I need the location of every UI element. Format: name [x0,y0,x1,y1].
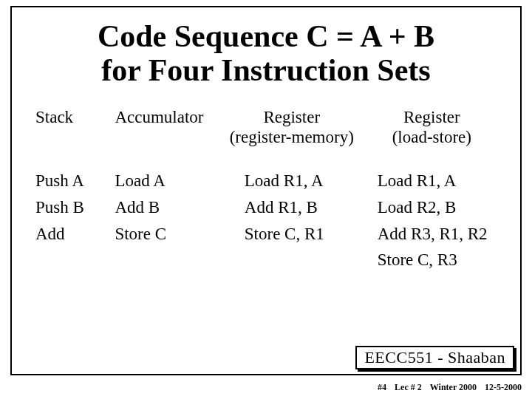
table-header-row: Stack Accumulator Register (register-mem… [33,108,499,168]
slide-title: Code Sequence C = A + B for Four Instruc… [33,19,499,87]
cell-register-memory: Load R1, A Add R1, B Store C, R1 [219,168,364,273]
regmem-op-3: Store C, R1 [245,221,361,248]
acc-op-2: Add B [115,194,216,221]
table-body-row: Push A Push B Add Load A Add B Store C L… [33,168,499,273]
footer-lecture: Lec # 2 [395,382,422,392]
title-line-2: for Four Instruction Sets [33,53,499,87]
loadstore-op-4: Store C, R3 [378,247,497,273]
header-loadstore-top: Register [403,108,460,126]
stack-op-1: Push A [35,168,109,194]
acc-op-1: Load A [115,168,216,194]
title-line-1: Code Sequence C = A + B [33,19,499,53]
header-accumulator: Accumulator [112,108,219,168]
slide-frame: Code Sequence C = A + B for Four Instruc… [10,6,522,375]
header-load-store: Register (load-store) [364,108,499,168]
acc-op-3: Store C [115,221,216,248]
cell-load-store: Load R1, A Load R2, B Add R3, R1, R2 Sto… [364,168,499,273]
header-loadstore-bot: (load-store) [392,128,471,146]
slide-footer: #4 Lec # 2 Winter 2000 12-5-2000 [372,382,522,393]
regmem-op-2: Add R1, B [245,194,361,221]
loadstore-op-2: Load R2, B [378,194,497,221]
course-badge: EECC551 - Shaaban [355,346,514,369]
regmem-op-1: Load R1, A [245,168,361,194]
cell-accumulator: Load A Add B Store C [112,168,219,273]
stack-op-3: Add [35,221,109,248]
cell-stack: Push A Push B Add [33,168,112,273]
header-register-memory: Register (register-memory) [219,108,364,168]
loadstore-op-3: Add R3, R1, R2 [378,221,497,248]
stack-op-2: Push B [35,194,109,221]
header-regmem-top: Register [263,108,320,126]
loadstore-op-1: Load R1, A [378,168,497,194]
header-regmem-bot: (register-memory) [230,128,354,146]
footer-term: Winter 2000 [430,382,477,392]
header-stack: Stack [33,108,112,168]
footer-page: #4 [378,382,386,392]
instruction-sets-table: Stack Accumulator Register (register-mem… [33,108,499,273]
footer-date: 12-5-2000 [485,382,522,392]
